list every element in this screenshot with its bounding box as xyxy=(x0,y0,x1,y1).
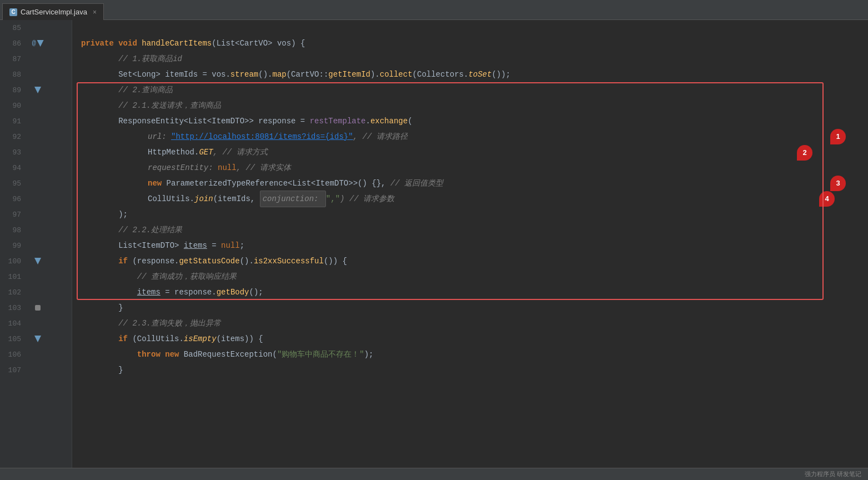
line-num-93: 93 xyxy=(0,148,27,157)
token-96b: (itemIds, xyxy=(213,191,260,207)
token-hint-url: url: xyxy=(148,129,171,144)
token-comment-104: // 2.3.查询失败，抛出异常 xyxy=(81,316,221,331)
line-num-101: 101 xyxy=(0,273,27,281)
line-num-86: 86 xyxy=(0,39,27,48)
active-tab[interactable]: C CartServiceImpl.java × xyxy=(2,3,104,20)
token-100b: (). xyxy=(240,253,254,269)
line-num-102: 102 xyxy=(0,288,27,297)
token-88d: ). xyxy=(370,67,380,82)
token-private: private xyxy=(81,36,118,51)
line-num-98: 98 xyxy=(0,226,27,234)
token-comment-96: ) // 请求参数 xyxy=(340,191,394,207)
token-throw: throw xyxy=(81,347,165,362)
token-getbody: getBody xyxy=(217,284,249,300)
code-line-97: ); xyxy=(72,207,868,222)
gutter-row-100: 100 xyxy=(0,253,72,269)
token-hint-reqentity: requestEntity: xyxy=(148,160,218,176)
line-num-90: 90 xyxy=(0,102,27,110)
token-comment-87: // 1.获取商品id xyxy=(81,51,182,67)
code-line-104: // 2.3.查询失败，抛出异常 xyxy=(72,316,868,331)
code-line-96: CollUtils.join(itemIds, conjunction: ","… xyxy=(72,191,868,207)
code-line-102: items = response.getBody(); xyxy=(72,284,868,300)
token-comment-94: , // 请求实体 xyxy=(237,160,291,176)
token-paren: ( xyxy=(212,36,216,51)
gutter-icons-89 xyxy=(27,87,49,93)
gutter-arrow-icon xyxy=(37,40,44,47)
gutter-row-106: 106 xyxy=(0,347,72,362)
gutter-row-95: 95 xyxy=(0,176,72,191)
token-99b: ; xyxy=(240,238,244,253)
token-91c: ( xyxy=(408,113,412,129)
code-line-107: } xyxy=(72,362,868,378)
token-102a: items = response. xyxy=(81,284,217,300)
gutter-fold-icon-105 xyxy=(34,336,41,342)
line-num-95: 95 xyxy=(0,179,27,188)
token-cartvo: CartVO xyxy=(240,36,268,51)
tab-filename: CartServiceImpl.java xyxy=(21,8,87,16)
line-num-107: 107 xyxy=(0,366,27,374)
gutter-row-97: 97 xyxy=(0,207,72,222)
token-93a: HttpMethod. xyxy=(148,144,199,160)
gutter-fold-icon-100 xyxy=(34,258,41,264)
gutter-row-86: 86 @ xyxy=(0,36,72,51)
line-num-94: 94 xyxy=(0,164,27,172)
code-line-99: List<ItemDTO> items = null; xyxy=(72,238,868,253)
gutter-row-85: 85 xyxy=(0,20,72,36)
token-void: void xyxy=(118,36,142,51)
code-line-90: // 2.1.发送请求，查询商品 xyxy=(72,98,868,113)
token-param: vos) { xyxy=(277,36,305,51)
token-resttemplate: restTemplate xyxy=(310,113,366,129)
token-102b: (); xyxy=(249,284,263,300)
gutter-row-104: 104 xyxy=(0,316,72,331)
token-new: new xyxy=(165,347,184,362)
token-106a: BadRequestException( xyxy=(184,347,277,362)
token-103: } xyxy=(81,300,123,316)
token-toset: toSet xyxy=(468,67,491,82)
token-join: join xyxy=(194,191,213,207)
line-num-89: 89 xyxy=(0,86,27,94)
gutter-row-103: 103 xyxy=(0,300,72,316)
token-comment-98: // 2.2.处理结果 xyxy=(81,222,182,238)
gutter-row-101: 101 xyxy=(0,269,72,284)
line-num-105: 105 xyxy=(0,335,27,343)
token-88c: (CartVO:: xyxy=(287,67,329,82)
gutter-fold-icon xyxy=(34,87,41,93)
badge-4: 4 xyxy=(819,191,835,207)
token-url: "http://localhost:8081/items?ids={ids}" xyxy=(171,129,353,144)
token-91b: . xyxy=(366,113,370,129)
token-88e: (Collectors. xyxy=(413,67,469,82)
badge-1: 1 xyxy=(830,129,846,144)
gutter-row-96: 96 xyxy=(0,191,72,207)
tab-file-icon: C xyxy=(9,8,17,16)
badge-3: 3 xyxy=(830,176,846,191)
token-if-100: if xyxy=(81,253,132,269)
token-list: List< xyxy=(217,36,240,51)
token-isempty: isEmpty xyxy=(184,331,217,347)
token-comment-101: // 查询成功，获取响应结果 xyxy=(81,269,237,284)
gutter-row-102: 102 xyxy=(0,284,72,300)
token-get: GET xyxy=(199,144,213,160)
token-100a: (response. xyxy=(132,253,179,269)
code-content: private void handleCartItems(List<CartVO… xyxy=(72,20,868,468)
token-str-106: "购物车中商品不存在！" xyxy=(277,347,364,362)
token-comment-92: , // 请求路径 xyxy=(353,129,408,144)
line-num-91: 91 xyxy=(0,117,27,126)
code-line-91: ResponseEntity<List<ItemDTO>> response =… xyxy=(72,113,868,129)
token-getitemid: getItemId xyxy=(328,67,370,82)
code-lines: private void handleCartItems(List<CartVO… xyxy=(72,20,868,378)
token-105a: (CollUtils. xyxy=(132,331,183,347)
line-num-103: 103 xyxy=(0,304,27,312)
code-line-86: private void handleCartItems(List<CartVO… xyxy=(72,36,868,51)
gutter-row-90: 90 xyxy=(0,98,72,113)
token-95a: new ParameterizedTypeReference<List<Item… xyxy=(148,176,390,191)
gutter-icons-100 xyxy=(27,258,49,264)
code-area: 85 86 @ 87 88 89 xyxy=(0,20,868,468)
code-line-103: } xyxy=(72,300,868,316)
tab-close-button[interactable]: × xyxy=(93,8,97,16)
line-num-100: 100 xyxy=(0,257,27,266)
line-num-106: 106 xyxy=(0,351,27,359)
token-88: Set<Long> itemIds = vos. xyxy=(81,67,230,82)
code-line-89: // 2.查询商品 xyxy=(72,82,868,98)
gutter-row-92: 92 xyxy=(0,129,72,144)
gutter-icons-86: @ xyxy=(27,39,49,47)
